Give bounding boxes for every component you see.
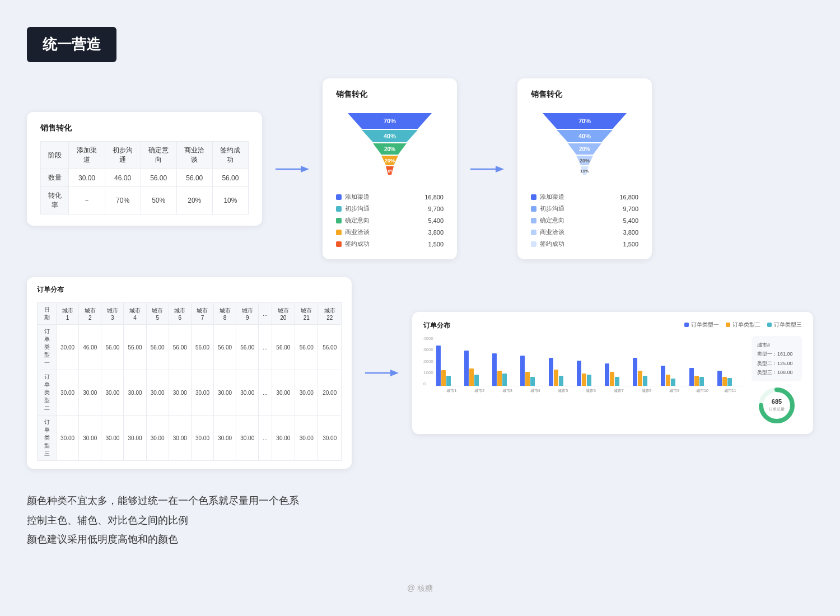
funnel2-visual: 70% 40% 20% 20% 10% <box>531 108 638 186</box>
x-label-9: 城市9 <box>662 388 687 394</box>
col-header-biz: 商业洽谈 <box>176 142 212 169</box>
y-axis: 0 1000 2000 3000 4000 <box>423 336 433 386</box>
legend-item-1: 添加渠道 16,800 <box>336 193 444 201</box>
bar-group-2 <box>464 351 489 386</box>
svg-text:20%: 20% <box>385 158 395 164</box>
bar-chart-body: 0 1000 2000 3000 4000 <box>423 336 802 425</box>
x-label-11: 城市11 <box>717 388 743 394</box>
bar-s3-1 <box>446 376 451 386</box>
svg-marker-13 <box>496 166 504 172</box>
bottom-line2: 控制主色、辅色、对比色之间的比例 <box>27 511 299 530</box>
legend-item-2: 初步沟通 9,700 <box>336 204 444 213</box>
svg-text:10%: 10% <box>385 169 394 174</box>
bar-group-6 <box>577 361 602 386</box>
cell-count-5: 56.00 <box>212 169 248 187</box>
order-row1-label: 订单类型一 <box>38 325 57 370</box>
bars-container <box>436 336 743 386</box>
bar-groups: 0 1000 2000 3000 4000 <box>423 336 743 386</box>
table-row-count: 数量 30.00 46.00 56.00 56.00 56.00 <box>41 169 249 187</box>
x-label-10: 城市10 <box>690 388 715 394</box>
order-col-c6: 城市6 <box>169 303 191 325</box>
x-label-7: 城市7 <box>606 388 631 394</box>
order-table-title: 订单分布 <box>37 285 342 295</box>
sales-table-card: 销售转化 阶段 添加渠道 初步沟通 确定意向 商业洽谈 签约成功 数量 3 <box>27 112 262 226</box>
svg-text:订单总量: 订单总量 <box>769 407 785 411</box>
col-header-sign: 签约成功 <box>212 142 248 169</box>
arrow3 <box>365 366 399 380</box>
info-type1: 类型一：161.00 <box>757 349 796 358</box>
cell-rate-1: － <box>69 187 105 214</box>
bar-s2-1 <box>441 370 446 386</box>
bar-group-7 <box>605 363 630 386</box>
funnel2-legend: 添加渠道 16,800 初步沟通 9,700 确定意向 5,400 商业洽谈 3… <box>531 193 638 248</box>
donut-chart: 685 订单总量 <box>757 386 796 425</box>
sales-table: 阶段 添加渠道 初步沟通 确定意向 商业洽谈 签约成功 数量 30.00 46.… <box>40 141 249 214</box>
order-row-2: 订单类型二 30.0030.0030.0030.0030.00 30.0030.… <box>38 370 342 416</box>
bar-group-4 <box>520 356 545 386</box>
bar-card-header: 订单分布 订单类型一 订单类型二 订单类型三 <box>423 321 802 330</box>
legend2-item-4: 商业洽谈 3,800 <box>531 228 638 236</box>
x-axis: 城市1 城市2 城市3 城市4 城市5 城市6 城市7 城市8 城市9 城市10… <box>423 388 743 394</box>
row-label-rate: 转化率 <box>41 187 69 214</box>
svg-marker-25 <box>390 370 399 376</box>
cell-rate-4: 20% <box>176 187 212 214</box>
cell-rate-3: 50% <box>141 187 176 214</box>
funnel1-legend: 添加渠道 16,800 初步沟通 9,700 确定意向 5,400 商业洽谈 3… <box>336 193 444 248</box>
arrow2 <box>470 162 504 176</box>
svg-marker-1 <box>301 166 309 172</box>
svg-text:70%: 70% <box>384 118 396 124</box>
bar-legend-2: 订单类型二 <box>726 321 760 329</box>
cell-count-1: 30.00 <box>69 169 105 187</box>
bar-group-5 <box>549 358 574 386</box>
sales-table-title: 销售转化 <box>40 123 249 133</box>
svg-text:70%: 70% <box>578 118 591 124</box>
order-col-c22: 城市22 <box>318 303 342 325</box>
funnel1-title: 销售转化 <box>336 90 444 100</box>
bar-legend-1: 订单类型一 <box>684 321 719 329</box>
order-col-c9: 城市9 <box>236 303 259 325</box>
arrow1 <box>276 162 309 176</box>
bottom-line3: 颜色建议采用低明度高饱和的颜色 <box>27 530 299 549</box>
svg-text:20%: 20% <box>580 158 590 164</box>
bar-s1-1 <box>436 346 441 386</box>
donut-svg: 685 订单总量 <box>757 386 796 425</box>
row2: 订单分布 日期 城市1 城市2 城市3 城市4 城市5 城市6 城市7 城市8 … <box>27 277 813 469</box>
funnel-card-1: 销售转化 70% 40% 20% 20% 10% <box>323 78 457 259</box>
funnel1-svg: 70% 40% 20% 20% 10% <box>339 108 440 186</box>
legend2-item-1: 添加渠道 16,800 <box>531 193 638 201</box>
bar-chart-plot: 0 1000 2000 3000 4000 <box>423 336 743 394</box>
legend-item-4: 商业洽谈 3,800 <box>336 228 444 236</box>
legend2-item-2: 初步沟通 9,700 <box>531 204 638 213</box>
info-city: 城市# <box>757 340 796 349</box>
header-title: 统一营造 <box>27 27 116 62</box>
bar-chart-card: 订单分布 订单类型一 订单类型二 订单类型三 <box>412 312 813 434</box>
legend-item-5: 签约成功 1,500 <box>336 240 444 248</box>
bar-info-box: 城市# 类型一：161.00 类型二：125.00 类型三：108.00 <box>752 336 802 381</box>
order-col-c4: 城市4 <box>124 303 146 325</box>
order-col-c7: 城市7 <box>191 303 213 325</box>
svg-text:40%: 40% <box>578 133 591 139</box>
order-col-c2: 城市2 <box>79 303 101 325</box>
order-col-date: 日期 <box>38 303 57 325</box>
svg-text:685: 685 <box>772 398 782 405</box>
col-header-confirm: 确定意向 <box>141 142 176 169</box>
bar-legend-3: 订单类型三 <box>767 321 802 329</box>
svg-text:10%: 10% <box>580 169 589 174</box>
cell-count-3: 56.00 <box>141 169 176 187</box>
info-type2: 类型二：125.00 <box>757 359 796 368</box>
x-label-2: 城市2 <box>467 388 492 394</box>
info-type3: 类型三：108.00 <box>757 368 796 377</box>
legend2-item-5: 签约成功 1,500 <box>531 240 638 248</box>
order-col-c5: 城市5 <box>146 303 169 325</box>
bar-chart-title: 订单分布 <box>423 321 450 330</box>
order-col-dots: ... <box>259 303 272 325</box>
order-row-1: 订单类型一 30.0046.0056.0056.0056.00 56.0056.… <box>38 325 342 370</box>
cell-count-4: 56.00 <box>176 169 212 187</box>
order-row2-label: 订单类型二 <box>38 370 57 416</box>
order-row-3: 订单类型三 30.0030.0030.0030.0030.00 30.0030.… <box>38 416 342 461</box>
footer-text: @ 核糖 <box>407 584 433 594</box>
svg-text:40%: 40% <box>384 133 396 139</box>
bar-group-9 <box>661 366 686 386</box>
svg-text:20%: 20% <box>579 146 590 152</box>
col-header-stage: 阶段 <box>41 142 69 169</box>
